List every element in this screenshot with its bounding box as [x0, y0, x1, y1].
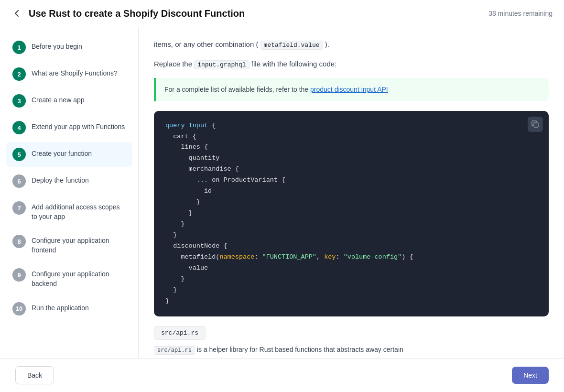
back-arrow-button[interactable]	[11, 8, 23, 19]
sidebar-item-8[interactable]: 8 Configure your application frontend	[6, 229, 132, 261]
code-line-17: }	[165, 296, 537, 307]
sidebar-item-label-6: Deploy the function	[32, 174, 89, 185]
page-title: Use Rust to create a Shopify Discount Fu…	[29, 8, 245, 19]
step-circle-8: 8	[12, 235, 26, 248]
sidebar-item-label-5: Create your function	[32, 148, 92, 159]
code-line-2: cart {	[165, 131, 537, 142]
header-left: Use Rust to create a Shopify Discount Fu…	[11, 8, 245, 19]
sidebar-item-label-4: Extend your app with Functions	[32, 121, 125, 132]
sidebar-item-6[interactable]: 6 Deploy the function	[6, 169, 132, 194]
sidebar-item-label-3: Create a new app	[32, 94, 85, 105]
step-circle-1: 1	[12, 41, 26, 54]
replace-paragraph: Replace the input.graphql file with the …	[154, 58, 549, 70]
code-line-12: discountNode {	[165, 241, 537, 252]
sidebar-item-2[interactable]: 2 What are Shopify Functions?	[6, 62, 132, 87]
intro-paragraph: items, or any other combination ( metafi…	[154, 39, 549, 51]
code-line-16: }	[165, 285, 537, 296]
main-layout: 1 Before you begin 2 What are Shopify Fu…	[0, 27, 564, 358]
code-block: query Input { cart { lines { quantity me…	[165, 120, 537, 307]
code-line-4: quantity	[165, 153, 537, 164]
content-area: items, or any other combination ( metafi…	[139, 27, 564, 358]
code-line-15: }	[165, 274, 537, 285]
timer-label: 38 minutes remaining	[488, 10, 553, 17]
sidebar-item-label-9: Configure your application backend	[32, 268, 126, 288]
back-button[interactable]: Back	[15, 366, 54, 384]
code-line-6: ... on ProductVariant {	[165, 175, 537, 186]
step-circle-5: 5	[12, 148, 26, 161]
inline-code-input-graphql: input.graphql	[194, 60, 249, 69]
sidebar-item-label-1: Before you begin	[32, 41, 82, 52]
code-line-3: lines {	[165, 142, 537, 153]
svg-rect-0	[534, 123, 538, 127]
copy-button[interactable]	[528, 117, 543, 132]
sidebar-item-1[interactable]: 1 Before you begin	[6, 35, 132, 60]
code-line-9: }	[165, 208, 537, 219]
step-circle-3: 3	[12, 94, 26, 108]
sidebar-item-label-7: Add additional access scopes to your app	[32, 201, 126, 221]
sidebar-item-label-10: Run the application	[32, 302, 89, 313]
step-circle-10: 10	[12, 302, 26, 316]
step-circle-9: 9	[12, 268, 26, 282]
sidebar-item-7[interactable]: 7 Add additional access scopes to your a…	[6, 196, 132, 227]
sidebar-item-4[interactable]: 4 Extend your app with Functions	[6, 115, 132, 140]
code-line-13: metafield(namespace: "FUNCTION_APP", key…	[165, 252, 537, 263]
next-button[interactable]: Next	[512, 367, 549, 384]
sidebar-item-9[interactable]: 9 Configure your application backend	[6, 262, 132, 294]
step-circle-2: 2	[12, 67, 26, 81]
header: Use Rust to create a Shopify Discount Fu…	[0, 0, 564, 27]
inline-code-api-rs: src/api.rs	[154, 346, 195, 355]
step-circle-4: 4	[12, 121, 26, 134]
code-line-5: merchandise {	[165, 164, 537, 175]
code-line-10: }	[165, 219, 537, 230]
code-line-11: }	[165, 230, 537, 241]
sidebar-item-label-8: Configure your application frontend	[32, 235, 126, 255]
step-circle-6: 6	[12, 174, 26, 188]
sidebar-item-3[interactable]: 3 Create a new app	[6, 88, 132, 113]
inline-code-metafield: metafield.value	[260, 41, 323, 50]
info-box: For a complete list of available fields,…	[154, 78, 549, 101]
bottom-nav: Back Next	[0, 358, 564, 392]
sidebar-item-label-2: What are Shopify Functions?	[32, 67, 118, 78]
code-block-wrapper: query Input { cart { lines { quantity me…	[154, 111, 549, 316]
info-box-link[interactable]: product discount input API	[310, 86, 388, 93]
code-line-7: id	[165, 186, 537, 197]
info-box-text: For a complete list of available fields,…	[164, 86, 310, 93]
footer-paragraph: src/api.rs is a helper library for Rust …	[154, 346, 549, 354]
code-line-14: value	[165, 263, 537, 274]
code-line-1: query Input {	[165, 120, 537, 131]
file-label: src/api.rs	[154, 326, 206, 340]
sidebar: 1 Before you begin 2 What are Shopify Fu…	[0, 27, 139, 358]
sidebar-item-10[interactable]: 10 Run the application	[6, 296, 132, 321]
step-circle-7: 7	[12, 201, 26, 215]
sidebar-item-5[interactable]: 5 Create your function	[6, 142, 132, 167]
code-line-8: }	[165, 197, 537, 208]
